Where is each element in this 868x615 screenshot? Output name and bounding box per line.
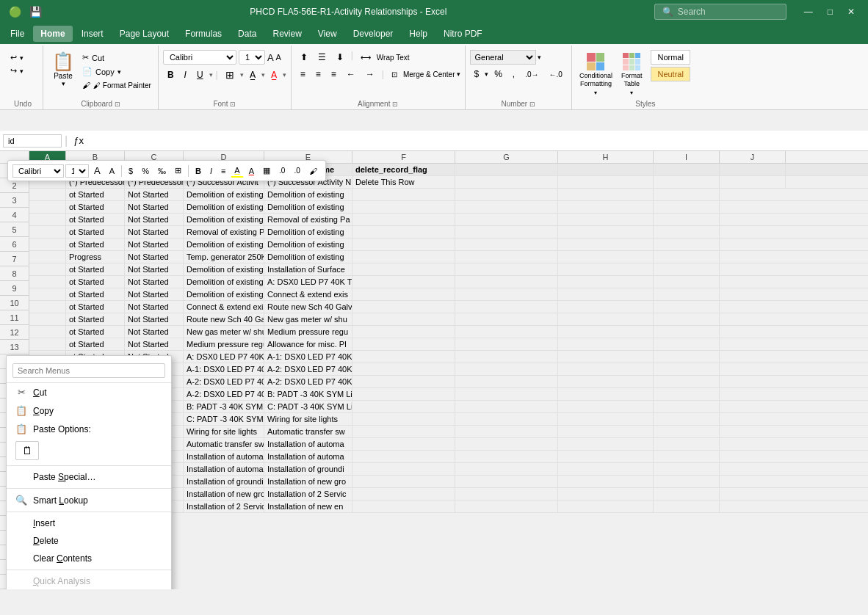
cell-16-E[interactable]: A-1: DSX0 LED P7 40K T bbox=[264, 351, 352, 363]
cell-3-I[interactable] bbox=[654, 189, 720, 200]
cell-5-F[interactable] bbox=[352, 214, 455, 225]
cm-paste-btn[interactable]: 🗒 bbox=[15, 441, 39, 460]
cell-13-C[interactable]: Not Started bbox=[125, 313, 184, 325]
cell-28-G[interactable] bbox=[455, 501, 558, 512]
cell-26-E[interactable]: Installation of new gro bbox=[264, 476, 352, 487]
cell-27-I[interactable] bbox=[654, 488, 720, 500]
cell-9-C[interactable]: Not Started bbox=[125, 263, 184, 275]
redo-dropdown[interactable]: ▾ bbox=[20, 68, 23, 75]
cell-8-H[interactable] bbox=[558, 251, 654, 263]
cell-7-E[interactable]: Demolition of existing bbox=[264, 239, 352, 250]
align-middle-btn[interactable]: ☰ bbox=[314, 50, 330, 65]
cell-22-D[interactable]: Wiring for site lights bbox=[184, 426, 264, 437]
cell-13-G[interactable] bbox=[455, 313, 558, 325]
cell-16-G[interactable] bbox=[455, 351, 558, 363]
cell-16-H[interactable] bbox=[558, 351, 654, 363]
borders-button[interactable]: ⊞ bbox=[221, 67, 239, 83]
cell-24-I[interactable] bbox=[654, 451, 720, 462]
fill-color-button[interactable]: A̲ bbox=[245, 68, 260, 82]
cell-17-D[interactable]: A-1: DSX0 LED P7 40K T bbox=[184, 363, 264, 375]
cell-24-D[interactable]: Installation of automa bbox=[184, 451, 264, 462]
align-right-btn[interactable]: ≡ bbox=[327, 67, 341, 81]
cell-4-D[interactable]: Demolition of existing bbox=[184, 201, 264, 213]
font-color-dropdown[interactable]: ▾ bbox=[283, 71, 286, 79]
cell-17-E[interactable]: A-2: DSX0 LED P7 40K T bbox=[264, 363, 352, 375]
cell-28-E[interactable]: Installation of new en bbox=[264, 501, 352, 512]
cell-27-F[interactable] bbox=[352, 488, 455, 500]
cell-6-I[interactable] bbox=[654, 226, 720, 238]
cell-25-I[interactable] bbox=[654, 463, 720, 475]
cell-1-I[interactable] bbox=[654, 164, 720, 175]
cell-18-F[interactable] bbox=[352, 376, 455, 387]
cell-9-A[interactable] bbox=[29, 263, 66, 275]
number-format-expand[interactable]: ▾ bbox=[538, 54, 541, 61]
mini-dollar-btn[interactable]: $ bbox=[125, 164, 137, 178]
format-as-table-btn[interactable]: FormatTable ▾ bbox=[618, 50, 645, 99]
mini-align-btn[interactable]: ≡ bbox=[217, 164, 229, 178]
cell-18-H[interactable] bbox=[558, 376, 654, 387]
cell-28-F[interactable] bbox=[352, 501, 455, 512]
cell-12-E[interactable]: Route new Sch 40 Galv bbox=[264, 301, 352, 313]
row-header-3[interactable]: 3 bbox=[0, 193, 29, 208]
cell-6-D[interactable]: Removal of existing Pa bbox=[184, 226, 264, 238]
font-shrink-btn[interactable]: A bbox=[276, 53, 281, 62]
undo-dropdown[interactable]: ▾ bbox=[20, 54, 23, 62]
cell-25-D[interactable]: Installation of automa bbox=[184, 463, 264, 475]
cell-11-D[interactable]: Demolition of existing bbox=[184, 288, 264, 300]
cell-4-B[interactable]: ot Started bbox=[66, 201, 125, 213]
cell-1-G[interactable] bbox=[455, 164, 558, 175]
cell-15-D[interactable]: Medium pressure regu bbox=[184, 338, 264, 350]
cell-10-H[interactable] bbox=[558, 276, 654, 288]
cell-18-E[interactable]: A-2: DSX0 LED P7 40K T bbox=[264, 376, 352, 387]
merge-center-label[interactable]: Merge & Center bbox=[403, 70, 455, 79]
underline-button[interactable]: U bbox=[192, 68, 208, 82]
cell-20-G[interactable] bbox=[455, 401, 558, 412]
cell-5-D[interactable]: Demolition of existing bbox=[184, 214, 264, 225]
row-header-7[interactable]: 7 bbox=[0, 252, 29, 266]
cell-15-C[interactable]: Not Started bbox=[125, 338, 184, 350]
cell-22-E[interactable]: Automatic transfer sw bbox=[264, 426, 352, 437]
menu-review[interactable]: Review bbox=[265, 26, 308, 42]
format-painter-button[interactable]: 🖌 🖌 Format Painter bbox=[80, 79, 153, 91]
cell-20-D[interactable]: B: PADT -3 40K SYM Lig bbox=[184, 401, 264, 412]
menu-view[interactable]: View bbox=[311, 26, 344, 42]
cell-26-I[interactable] bbox=[654, 476, 720, 487]
cell-6-E[interactable]: Demolition of existing bbox=[264, 226, 352, 238]
cell-5-B[interactable]: ot Started bbox=[66, 214, 125, 225]
cell-16-D[interactable]: A: DSX0 LED P7 40K T4N bbox=[184, 351, 264, 363]
cell-14-A[interactable] bbox=[29, 326, 66, 338]
cell-6-A[interactable] bbox=[29, 226, 66, 238]
cell-11-G[interactable] bbox=[455, 288, 558, 300]
cell-26-F[interactable] bbox=[352, 476, 455, 487]
cell-7-D[interactable]: Demolition of existing bbox=[184, 239, 264, 250]
dollar-dropdown[interactable]: ▾ bbox=[485, 70, 488, 78]
cell-5-G[interactable] bbox=[455, 214, 558, 225]
decrease-decimal-btn[interactable]: ←.0 bbox=[545, 68, 567, 81]
menu-formulas[interactable]: Formulas bbox=[178, 26, 229, 42]
align-center-btn[interactable]: ≡ bbox=[311, 67, 325, 81]
cell-8-F[interactable] bbox=[352, 251, 455, 263]
cell-23-G[interactable] bbox=[455, 438, 558, 450]
col-header-J[interactable]: J bbox=[720, 151, 786, 163]
maximize-btn[interactable]: □ bbox=[822, 5, 839, 18]
cell-14-C[interactable]: Not Started bbox=[125, 326, 184, 338]
cell-7-A[interactable] bbox=[29, 239, 66, 250]
conditional-formatting-dropdown[interactable]: ▾ bbox=[594, 90, 597, 96]
cell-5-I[interactable] bbox=[654, 214, 720, 225]
menu-insert[interactable]: Insert bbox=[74, 26, 111, 42]
close-btn[interactable]: ✕ bbox=[842, 5, 861, 18]
cell-10-G[interactable] bbox=[455, 276, 558, 288]
cell-2-H[interactable] bbox=[558, 176, 654, 188]
cell-6-G[interactable] bbox=[455, 226, 558, 238]
cell-14-I[interactable] bbox=[654, 326, 720, 338]
menu-file[interactable]: File bbox=[3, 26, 32, 42]
cell-8-G[interactable] bbox=[455, 251, 558, 263]
merge-dropdown[interactable]: ▾ bbox=[457, 70, 460, 78]
cell-10-D[interactable]: Demolition of existing bbox=[184, 276, 264, 288]
increase-indent-btn[interactable]: → bbox=[361, 67, 379, 81]
format-table-dropdown[interactable]: ▾ bbox=[630, 90, 633, 96]
conditional-formatting-btn[interactable]: ConditionalFormatting ▾ bbox=[576, 50, 615, 99]
cell-28-I[interactable] bbox=[654, 501, 720, 512]
cell-16-F[interactable] bbox=[352, 351, 455, 363]
cell-25-E[interactable]: Installation of groundi bbox=[264, 463, 352, 475]
